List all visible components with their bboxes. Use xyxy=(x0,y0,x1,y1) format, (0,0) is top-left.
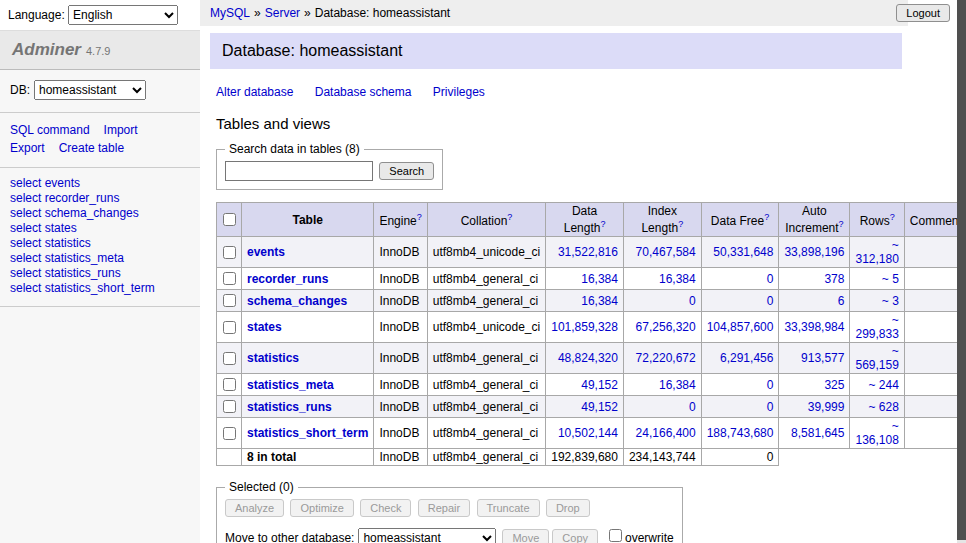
table-name-link[interactable]: recorder_runs xyxy=(247,272,328,286)
logout-button[interactable]: Logout xyxy=(896,4,950,22)
optimize-button[interactable]: Optimize xyxy=(290,499,353,517)
help-icon[interactable]: ? xyxy=(839,219,844,229)
data-length-link[interactable]: 16,384 xyxy=(581,294,618,308)
sidebar-item-sql-command[interactable]: SQL command xyxy=(10,123,90,137)
sidebar-item-create-table[interactable]: Create table xyxy=(59,141,124,155)
check-button[interactable]: Check xyxy=(360,499,411,517)
auto-increment-link[interactable]: 33,898,196 xyxy=(784,245,844,259)
rows-count-link[interactable]: ~ 299,833 xyxy=(855,313,898,341)
table-name-link[interactable]: events xyxy=(247,245,285,259)
data-free-link[interactable]: 0 xyxy=(767,400,774,414)
table-select-link[interactable]: select statistics_runs xyxy=(10,266,121,280)
adminer-logo-link[interactable]: Adminer xyxy=(12,40,81,59)
auto-increment-link[interactable]: 378 xyxy=(824,272,844,286)
copy-button[interactable]: Copy xyxy=(552,529,598,543)
index-length-link[interactable]: 70,467,584 xyxy=(636,245,696,259)
rows-count-link[interactable]: ~ 628 xyxy=(868,400,898,414)
data-free-link[interactable]: 50,331,648 xyxy=(713,245,773,259)
analyze-button[interactable]: Analyze xyxy=(225,499,284,517)
table-select-link[interactable]: select schema_changes xyxy=(10,206,139,220)
total-empty-cells xyxy=(779,449,966,466)
scrollbar-thumb[interactable] xyxy=(957,0,966,540)
auto-increment-link[interactable]: 913,577 xyxy=(801,351,844,365)
table-select-link[interactable]: select statistics xyxy=(10,236,91,250)
table-name-link[interactable]: schema_changes xyxy=(247,294,347,308)
row-checkbox[interactable] xyxy=(223,294,236,307)
index-length-link[interactable]: 16,384 xyxy=(659,378,696,392)
help-icon[interactable]: ? xyxy=(678,219,683,229)
auto-increment-link[interactable]: 8,581,645 xyxy=(791,426,844,440)
index-length-link[interactable]: 0 xyxy=(689,400,696,414)
rows-count-link[interactable]: ~ 244 xyxy=(868,378,898,392)
row-checkbox[interactable] xyxy=(223,352,236,365)
row-checkbox[interactable] xyxy=(223,246,236,259)
select-all-checkbox[interactable] xyxy=(223,213,236,226)
row-checkbox[interactable] xyxy=(223,400,236,413)
help-icon[interactable]: ? xyxy=(417,212,422,222)
drop-button[interactable]: Drop xyxy=(546,499,590,517)
table-select-link[interactable]: select states xyxy=(10,221,77,235)
scrollbar[interactable] xyxy=(957,0,966,543)
help-icon[interactable]: ? xyxy=(507,212,512,222)
privileges-link[interactable]: Privileges xyxy=(433,85,485,99)
search-button[interactable]: Search xyxy=(379,162,434,180)
auto-increment-link[interactable]: 6 xyxy=(838,294,845,308)
sidebar-item-export[interactable]: Export xyxy=(10,141,45,155)
table-select-link[interactable]: select events xyxy=(10,176,80,190)
sidebar-item-import[interactable]: Import xyxy=(104,123,138,137)
breadcrumb-mysql-link[interactable]: MySQL xyxy=(210,6,250,20)
rows-count-link[interactable]: ~ 5 xyxy=(882,272,899,286)
table-name-link[interactable]: states xyxy=(247,320,282,334)
data-free-link[interactable]: 0 xyxy=(767,294,774,308)
repair-button[interactable]: Repair xyxy=(418,499,470,517)
rows-count-link[interactable]: ~ 136,108 xyxy=(855,419,898,447)
row-checkbox[interactable] xyxy=(223,321,236,334)
truncate-button[interactable]: Truncate xyxy=(477,499,540,517)
index-length-link[interactable]: 0 xyxy=(689,294,696,308)
data-length-link[interactable]: 49,152 xyxy=(581,400,618,414)
index-length-link[interactable]: 24,166,400 xyxy=(636,426,696,440)
rows-count-link[interactable]: ~ 569,159 xyxy=(855,344,898,372)
move-button[interactable]: Move xyxy=(502,529,549,543)
overwrite-checkbox[interactable] xyxy=(609,529,622,542)
row-checkbox[interactable] xyxy=(223,378,236,391)
move-database-select[interactable]: homeassistant xyxy=(358,528,496,543)
row-checkbox[interactable] xyxy=(223,427,236,440)
auto-increment-link[interactable]: 325 xyxy=(824,378,844,392)
data-free-link[interactable]: 104,857,600 xyxy=(707,320,774,334)
data-free-link[interactable]: 0 xyxy=(767,272,774,286)
auto-increment-link[interactable]: 33,398,984 xyxy=(784,320,844,334)
row-checkbox[interactable] xyxy=(223,272,236,285)
rows-count-link[interactable]: ~ 312,180 xyxy=(855,238,898,266)
table-name-link[interactable]: statistics_runs xyxy=(247,400,332,414)
language-select[interactable]: English xyxy=(68,5,178,25)
db-select[interactable]: homeassistant xyxy=(34,80,146,100)
data-length-link[interactable]: 49,152 xyxy=(581,378,618,392)
data-length-link[interactable]: 31,522,816 xyxy=(558,245,618,259)
index-length-link[interactable]: 72,220,672 xyxy=(636,351,696,365)
table-select-link[interactable]: select recorder_runs xyxy=(10,191,119,205)
help-icon[interactable]: ? xyxy=(600,219,605,229)
data-length-link[interactable]: 16,384 xyxy=(581,272,618,286)
breadcrumb-server-link[interactable]: Server xyxy=(265,6,300,20)
data-free-link[interactable]: 188,743,680 xyxy=(707,426,774,440)
data-length-link[interactable]: 48,824,320 xyxy=(558,351,618,365)
help-icon[interactable]: ? xyxy=(764,212,769,222)
data-length-link[interactable]: 10,502,144 xyxy=(558,426,618,440)
auto-increment-link[interactable]: 39,999 xyxy=(808,400,845,414)
table-name-link[interactable]: statistics xyxy=(247,351,299,365)
table-name-link[interactable]: statistics_meta xyxy=(247,378,334,392)
data-free-link[interactable]: 0 xyxy=(767,378,774,392)
database-schema-link[interactable]: Database schema xyxy=(315,85,412,99)
rows-count-link[interactable]: ~ 3 xyxy=(882,294,899,308)
alter-database-link[interactable]: Alter database xyxy=(216,85,293,99)
data-length-link[interactable]: 101,859,328 xyxy=(551,320,618,334)
table-name-link[interactable]: statistics_short_term xyxy=(247,426,368,440)
table-select-link[interactable]: select statistics_meta xyxy=(10,251,124,265)
help-icon[interactable]: ? xyxy=(890,212,895,222)
data-free-link[interactable]: 6,291,456 xyxy=(720,351,773,365)
index-length-link[interactable]: 67,256,320 xyxy=(636,320,696,334)
index-length-link[interactable]: 16,384 xyxy=(659,272,696,286)
table-select-link[interactable]: select statistics_short_term xyxy=(10,281,155,295)
search-input[interactable] xyxy=(225,161,373,181)
